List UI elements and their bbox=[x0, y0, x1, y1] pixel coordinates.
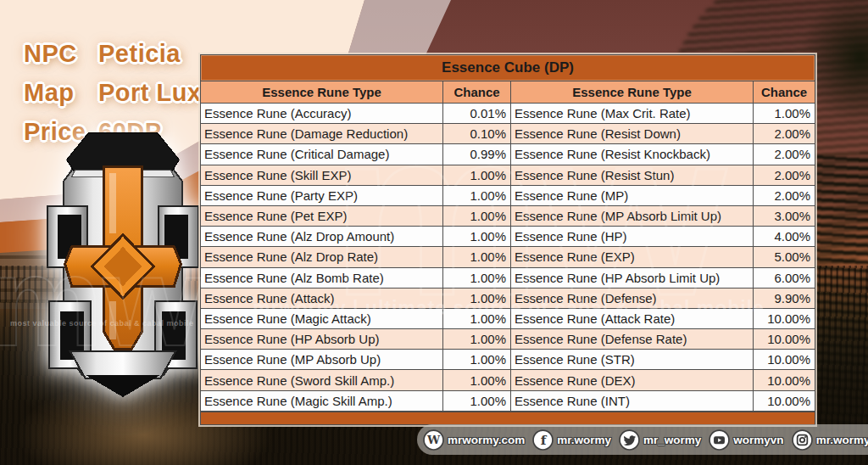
table-row: Essence Rune (Sword Skill Amp.)1.00%Esse… bbox=[201, 370, 815, 390]
left-type-cell: Essence Rune (Magic Attack) bbox=[201, 309, 443, 328]
essence-cube-table: Essence Cube (DP) Essence Rune TypeChanc… bbox=[200, 54, 815, 425]
social-link-wormyvn[interactable]: wormyvn bbox=[709, 429, 783, 451]
table-row: Essence Rune (Critical Damage)0.99%Essen… bbox=[201, 144, 815, 165]
left-chance-cell: 1.00% bbox=[443, 391, 511, 411]
left-chance-cell: 1.00% bbox=[443, 186, 511, 205]
social-link-mr.wormy[interactable]: fmr.wormy bbox=[532, 429, 611, 451]
left-type-cell: Essence Rune (Alz Drop Amount) bbox=[201, 227, 443, 246]
right-chance-cell: 4.00% bbox=[754, 227, 815, 246]
left-chance-cell: 1.00% bbox=[443, 268, 511, 288]
npc-info-value: Peticia bbox=[98, 40, 181, 68]
left-type-cell: Essence Rune (Sword Skill Amp.) bbox=[201, 370, 443, 389]
right-type-cell: Essence Rune (Defense Rate) bbox=[511, 329, 754, 349]
column-header: Essence Rune Type bbox=[511, 81, 754, 103]
table-row: Essence Rune (HP Absorb Up)1.00%Essence … bbox=[201, 329, 815, 350]
left-chance-cell: 1.00% bbox=[443, 309, 511, 328]
left-type-cell: Essence Rune (Magic Skill Amp.) bbox=[201, 391, 443, 411]
right-type-cell: Essence Rune (MP Absorb Limit Up) bbox=[511, 206, 754, 226]
social-handle: mr_wormy bbox=[643, 434, 701, 446]
left-chance-cell: 1.00% bbox=[443, 350, 511, 369]
right-type-cell: Essence Rune (DEX) bbox=[511, 370, 754, 389]
social-link-mr_wormy[interactable]: mr_wormy bbox=[619, 429, 701, 451]
column-header: Chance bbox=[443, 81, 511, 103]
right-type-cell: Essence Rune (Max Crit. Rate) bbox=[511, 104, 754, 123]
table-row: Essence Rune (Accuracy)0.01%Essence Rune… bbox=[201, 104, 815, 124]
instagram-icon[interactable] bbox=[792, 429, 813, 451]
table-row: Essence Rune (Party EXP)1.00%Essence Run… bbox=[201, 186, 815, 206]
social-handle: mr.wormy.official bbox=[816, 434, 868, 446]
left-chance-cell: 1.00% bbox=[443, 289, 511, 308]
right-type-cell: Essence Rune (HP Absorb Limit Up) bbox=[511, 268, 754, 288]
left-type-cell: Essence Rune (Accuracy) bbox=[201, 104, 443, 123]
column-header: Essence Rune Type bbox=[201, 81, 443, 103]
npc-info-row: MapPort Lux bbox=[24, 73, 202, 112]
table-row: Essence Rune (Pet EXP)1.00%Essence Rune … bbox=[201, 206, 815, 227]
right-chance-cell: 9.90% bbox=[754, 289, 815, 308]
left-chance-cell: 1.00% bbox=[443, 247, 511, 266]
left-type-cell: Essence Rune (HP Absorb Up) bbox=[201, 329, 443, 349]
table-row: Essence Rune (MP Absorb Up)1.00%Essence … bbox=[201, 350, 815, 370]
right-chance-cell: 2.00% bbox=[754, 165, 815, 185]
facebook-icon[interactable]: f bbox=[532, 429, 554, 451]
social-handle: wormyvn bbox=[733, 434, 783, 446]
right-chance-cell: 10.00% bbox=[754, 350, 815, 369]
right-chance-cell: 10.00% bbox=[754, 370, 815, 389]
right-chance-cell: 2.00% bbox=[754, 186, 815, 205]
twitter-icon[interactable] bbox=[619, 429, 640, 451]
right-chance-cell: 6.00% bbox=[754, 268, 815, 288]
essence-cube-sprite bbox=[44, 127, 202, 401]
right-type-cell: Essence Rune (Resist Stun) bbox=[511, 165, 754, 185]
right-chance-cell: 10.00% bbox=[754, 329, 815, 349]
right-chance-cell: 1.00% bbox=[754, 104, 815, 123]
left-type-cell: Essence Rune (Attack) bbox=[201, 289, 443, 308]
essence-cube-item-icon bbox=[44, 127, 202, 401]
left-chance-cell: 0.01% bbox=[443, 104, 511, 123]
left-chance-cell: 0.10% bbox=[443, 124, 511, 143]
table-row: Essence Rune (Magic Attack)1.00%Essence … bbox=[201, 309, 815, 329]
left-chance-cell: 1.00% bbox=[443, 165, 511, 185]
table-row: Essence Rune (Damage Reduction)0.10%Esse… bbox=[201, 124, 815, 144]
wordpress-icon[interactable]: W bbox=[423, 429, 444, 451]
right-type-cell: Essence Rune (Resist Knockback) bbox=[511, 144, 754, 164]
right-type-cell: Essence Rune (INT) bbox=[511, 391, 754, 411]
left-chance-cell: 1.00% bbox=[443, 227, 511, 246]
youtube-icon[interactable] bbox=[709, 429, 730, 451]
left-chance-cell: 1.00% bbox=[443, 206, 511, 226]
right-chance-cell: 10.00% bbox=[754, 391, 815, 411]
table-row: Essence Rune (Magic Skill Amp.)1.00%Esse… bbox=[201, 391, 815, 412]
left-chance-cell: 1.00% bbox=[443, 329, 511, 349]
table-title: Essence Cube (DP) bbox=[201, 55, 815, 81]
npc-info-row: NPCPeticia bbox=[24, 34, 202, 73]
left-type-cell: Essence Rune (Damage Reduction) bbox=[201, 124, 443, 143]
right-chance-cell: 10.00% bbox=[754, 309, 815, 328]
right-type-cell: Essence Rune (STR) bbox=[511, 350, 754, 369]
table-row: Essence Rune (Skill EXP)1.00%Essence Run… bbox=[201, 165, 815, 186]
table-row: Essence Rune (Attack)1.00%Essence Rune (… bbox=[201, 289, 815, 309]
social-handle: mr.wormy bbox=[557, 434, 611, 446]
table-row: Essence Rune (Alz Drop Rate)1.00%Essence… bbox=[201, 247, 815, 267]
right-chance-cell: 5.00% bbox=[754, 247, 815, 266]
social-link-mr.wormy.official[interactable]: mr.wormy.official bbox=[792, 429, 868, 451]
svg-text:W: W bbox=[426, 433, 441, 446]
left-type-cell: Essence Rune (Skill EXP) bbox=[201, 165, 443, 185]
left-type-cell: Essence Rune (Pet EXP) bbox=[201, 206, 443, 226]
table-row: Essence Rune (Alz Bomb Rate)1.00%Essence… bbox=[201, 268, 815, 289]
right-type-cell: Essence Rune (EXP) bbox=[511, 247, 754, 266]
right-type-cell: Essence Rune (Resist Down) bbox=[511, 124, 754, 143]
left-chance-cell: 0.99% bbox=[443, 144, 511, 164]
right-type-cell: Essence Rune (MP) bbox=[511, 186, 754, 205]
table-row: Essence Rune (Alz Drop Amount)1.00%Essen… bbox=[201, 227, 815, 247]
left-chance-cell: 1.00% bbox=[443, 370, 511, 389]
npc-info-value: Port Lux bbox=[98, 79, 202, 107]
right-chance-cell: 2.00% bbox=[754, 144, 815, 164]
npc-info-label: Map bbox=[24, 79, 98, 107]
left-type-cell: Essence Rune (Party EXP) bbox=[201, 186, 443, 205]
infographic-canvas: NPCPeticiaMapPort LuxPrice60DP bbox=[0, 0, 868, 465]
left-type-cell: Essence Rune (Alz Bomb Rate) bbox=[201, 268, 443, 288]
social-link-mrwormy.com[interactable]: Wmrwormy.com bbox=[423, 429, 525, 451]
rune-table-body: Essence Rune (Accuracy)0.01%Essence Rune… bbox=[201, 104, 815, 412]
rune-table-header: Essence Rune TypeChanceEssence Rune Type… bbox=[201, 81, 815, 104]
table-bottom-bar bbox=[201, 412, 815, 424]
npc-info-label: NPC bbox=[24, 40, 98, 68]
right-type-cell: Essence Rune (HP) bbox=[511, 227, 754, 246]
